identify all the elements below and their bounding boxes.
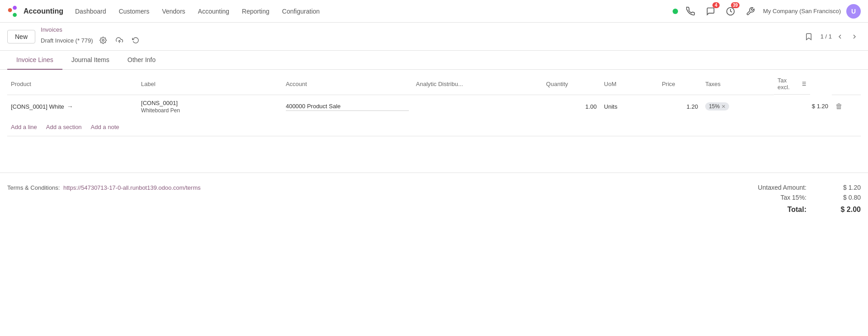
tabs: Invoice Lines Journal Items Other Info: [0, 51, 868, 70]
terms-text: Terms & Conditions: https://54730713-17-…: [7, 184, 200, 191]
td-price[interactable]: 1.20: [658, 95, 702, 118]
td-delete: 🗑: [832, 95, 861, 118]
main-content: Product Label Account Analytic Distribu.…: [0, 73, 868, 173]
settings-icon-btn[interactable]: [743, 4, 758, 19]
tax-badge: 15% ✕: [705, 102, 729, 110]
add-note-link[interactable]: Add a note: [91, 124, 119, 130]
product-arrow-icon[interactable]: →: [67, 103, 73, 110]
table-body: [CONS_0001] White → [CONS_0001] Whiteboa…: [7, 95, 861, 118]
total-value: $ 2.00: [825, 206, 861, 214]
th-uom: UoM: [600, 73, 658, 95]
online-status-dot: [673, 9, 678, 14]
chevron-right-icon: [851, 33, 858, 40]
app-name: Accounting: [24, 7, 63, 15]
th-label: Label: [138, 73, 282, 95]
breadcrumb-invoices[interactable]: Invoices: [41, 26, 142, 33]
menu-dashboard[interactable]: Dashboard: [69, 0, 113, 23]
td-quantity[interactable]: 1.00: [542, 95, 600, 118]
refresh-icon: [132, 37, 139, 44]
phone-icon: [686, 7, 695, 16]
td-product: [CONS_0001] White →: [7, 95, 138, 118]
pagination: 1 / 1: [821, 30, 861, 43]
td-uom: Units: [600, 95, 658, 118]
draft-title-text: Draft Invoice (* 779): [41, 37, 93, 44]
delete-row-icon[interactable]: 🗑: [835, 102, 843, 110]
tax-remove-icon[interactable]: ✕: [721, 104, 726, 110]
tax-value: $ 0.80: [825, 194, 861, 201]
account-cell: [286, 102, 409, 111]
menu-accounting[interactable]: Accounting: [192, 0, 236, 23]
activities-icon-btn[interactable]: 39: [723, 4, 738, 19]
phone-icon-btn[interactable]: [683, 4, 698, 19]
tab-journal-items[interactable]: Journal Items: [62, 51, 119, 70]
untaxed-amount-row: Untaxed Amount: $ 1.20: [734, 184, 861, 191]
new-button[interactable]: New: [7, 30, 35, 43]
settings-gear-icon-btn[interactable]: [97, 34, 109, 47]
draft-title-row: Draft Invoice (* 779): [41, 34, 142, 47]
cloud-upload-icon: [116, 37, 123, 44]
th-actions: [832, 73, 861, 95]
th-account: Account: [282, 73, 413, 95]
label-cell: [CONS_0001] Whiteboard Pen: [141, 100, 279, 114]
terms-label: Terms & Conditions:: [7, 184, 60, 191]
activities-badge: 39: [731, 2, 740, 8]
tax-label: Tax 15%:: [734, 194, 806, 201]
cloud-upload-icon-btn[interactable]: [113, 34, 126, 47]
untaxed-label: Untaxed Amount:: [734, 184, 806, 191]
label-line2: Whiteboard Pen: [141, 107, 279, 114]
grand-total-row: Total: $ 2.00: [734, 206, 861, 214]
terms-url[interactable]: https://54730713-17-0-all.runbot139.odoo…: [63, 184, 201, 191]
odoo-logo-icon: [7, 5, 20, 18]
footer-bottom: Terms & Conditions: https://54730713-17-…: [0, 173, 868, 225]
terms-section: Terms & Conditions: https://54730713-17-…: [7, 184, 200, 214]
table-header: Product Label Account Analytic Distribu.…: [7, 73, 861, 95]
user-avatar[interactable]: U: [846, 4, 861, 19]
reset-icon-btn[interactable]: [129, 34, 142, 47]
menu-configuration[interactable]: Configuration: [276, 0, 326, 23]
product-cell: [CONS_0001] White →: [11, 103, 134, 110]
clock-icon: [726, 7, 735, 16]
add-line-link[interactable]: Add a line: [11, 124, 37, 130]
breadcrumb-section: Invoices Draft Invoice (* 779): [41, 26, 142, 47]
totals-section: Untaxed Amount: $ 1.20 Tax 15%: $ 0.80 T…: [734, 184, 861, 214]
th-tax-excl-label: Tax excl.: [778, 77, 798, 91]
navbar-menu: Dashboard Customers Vendors Accounting R…: [69, 0, 671, 23]
menu-customers[interactable]: Customers: [113, 0, 156, 23]
td-tax-excl: $ 1.20: [774, 95, 832, 118]
adjust-columns-icon[interactable]: [800, 80, 806, 87]
account-input[interactable]: [286, 102, 409, 111]
menu-reporting[interactable]: Reporting: [236, 0, 276, 23]
wrench-icon: [746, 7, 755, 16]
untaxed-value: $ 1.20: [825, 184, 861, 191]
th-price: Price: [658, 73, 702, 95]
th-quantity: Quantity: [542, 73, 600, 95]
td-analytic[interactable]: [413, 95, 543, 118]
th-product: Product: [7, 73, 138, 95]
svg-point-4: [102, 39, 104, 41]
add-section-link[interactable]: Add a section: [46, 124, 82, 130]
action-bar: New Invoices Draft Invoice (* 779) 1 / 1: [0, 23, 868, 51]
bookmark-icon-btn[interactable]: [802, 30, 815, 43]
app-logo[interactable]: Accounting: [7, 5, 63, 18]
tab-invoice-lines[interactable]: Invoice Lines: [7, 51, 62, 70]
navbar-right: 4 39 My Company (San Francisco) U: [673, 4, 861, 19]
prev-page-btn[interactable]: [834, 30, 846, 43]
chat-icon: [706, 7, 715, 16]
messages-badge: 4: [712, 2, 720, 8]
add-links-row: Add a line Add a section Add a note: [7, 118, 861, 136]
svg-rect-0: [8, 8, 12, 12]
content-spacer: [7, 136, 861, 173]
label-line1: [CONS_0001]: [141, 100, 279, 106]
total-label: Total:: [734, 206, 806, 214]
invoice-table: Product Label Account Analytic Distribu.…: [7, 73, 861, 118]
product-name[interactable]: [CONS_0001] White: [11, 103, 64, 110]
company-name: My Company (San Francisco): [763, 8, 841, 14]
tab-other-info[interactable]: Other Info: [119, 51, 165, 70]
pagination-text: 1 / 1: [821, 33, 832, 40]
messages-icon-btn[interactable]: 4: [703, 4, 718, 19]
td-account: [282, 95, 413, 118]
menu-vendors[interactable]: Vendors: [156, 0, 191, 23]
chevron-left-icon: [836, 33, 844, 40]
bookmark-icon: [805, 33, 813, 41]
next-page-btn[interactable]: [848, 30, 861, 43]
